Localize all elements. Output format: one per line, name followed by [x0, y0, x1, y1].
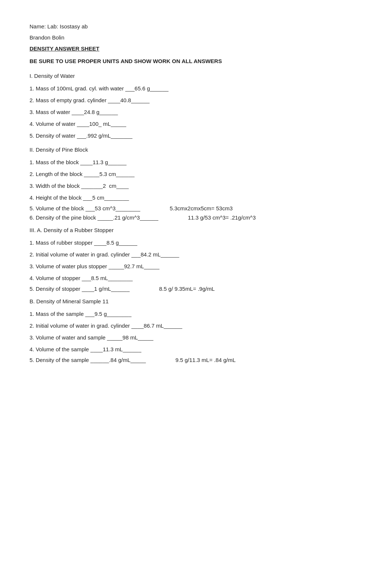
section2-header: II. Density of Pine Block	[30, 145, 362, 154]
section2-item-1: 1. Mass of the block ____11.3 g______	[30, 158, 362, 167]
title-density: DENSITY ANSWER SHEET	[30, 44, 362, 53]
section1-header: I. Density of Water	[30, 72, 362, 80]
section3a-item-1: 1. Mass of rubber stopper ____8.5 g_____…	[30, 238, 362, 247]
section2-item-6-right: 11.3 g/53 cm^3= .21g/cm^3	[188, 214, 256, 221]
section2-item-2: 2. Length of the block _____5.3 cm______	[30, 170, 362, 179]
section3b-item-5: 5. Density of the sample ______.84 g/mL_…	[30, 357, 362, 363]
section2-item-5: 5. Volume of the block ___53 cm^3_______…	[30, 205, 362, 211]
section1-item-3: 3. Mass of water ____24.8 g______	[30, 108, 362, 117]
section1-item-4: 4. Volume of water ____100_ mL_____	[30, 120, 362, 128]
section1-item-2: 2. Mass of empty grad. cylinder ____40.8…	[30, 96, 362, 105]
section3a-item-2: 2. Initial volume of water in grad. cyli…	[30, 250, 362, 259]
section3a-item-5-left: 5. Density of stopper ____1 g/mL______	[30, 286, 130, 292]
section3a-item-5-right: 8.5 g/ 9.35mL= .9g/mL	[159, 286, 215, 292]
section3a-header: III. A. Density of a Rubber Stopper	[30, 226, 362, 235]
section3a-item-5: 5. Density of stopper ____1 g/mL______ 8…	[30, 286, 362, 292]
section3b-item-5-right: 9.5 g/11.3 mL= .84 g/mL	[175, 357, 235, 363]
section3a-item-3: 3. Volume of water plus stopper _____92.…	[30, 262, 362, 271]
name-line: Name: Lab: Isostasy ab	[30, 22, 362, 31]
section2-item-5-right: 5.3cmx2cmx5cm= 53cm3	[170, 205, 233, 211]
section2-item-5-left: 5. Volume of the block ___53 cm^3_______…	[30, 205, 140, 211]
section3b-item-5-left: 5. Density of the sample ______.84 g/mL_…	[30, 357, 146, 363]
section1-item-5: 5. Density of water ___.992 g/mL_______	[30, 131, 362, 140]
section3b-item-2: 2. Initial volume of water in grad. cyli…	[30, 321, 362, 330]
section2-item-6: 6. Density of the pine block _____.21 g/…	[30, 214, 362, 221]
section3b-header: B. Density of Mineral Sample 11	[30, 297, 362, 306]
title-instructions: BE SURE TO USE PROPER UNITS AND SHOW WOR…	[30, 57, 362, 66]
section3b-item-3: 3. Volume of water and sample _____98 mL…	[30, 333, 362, 342]
section2-item-6-left: 6. Density of the pine block _____.21 g/…	[30, 214, 158, 221]
section2-item-4: 4. Height of the block ___5 cm________	[30, 193, 362, 202]
section3b-item-1: 1. Mass of the sample ___9.5 g________	[30, 310, 362, 318]
section3a-item-4: 4. Volume of stopper ___8.5 mL________	[30, 274, 362, 283]
section1-item-1: 1. Mass of 100mL grad. cyl. with water _…	[30, 84, 362, 93]
section3b-item-4: 4. Volume of the sample ____11.3 mL_____…	[30, 345, 362, 354]
section2-item-3: 3. Width of the block _______2 cm____	[30, 182, 362, 190]
author-line: Brandon Bolin	[30, 33, 362, 42]
